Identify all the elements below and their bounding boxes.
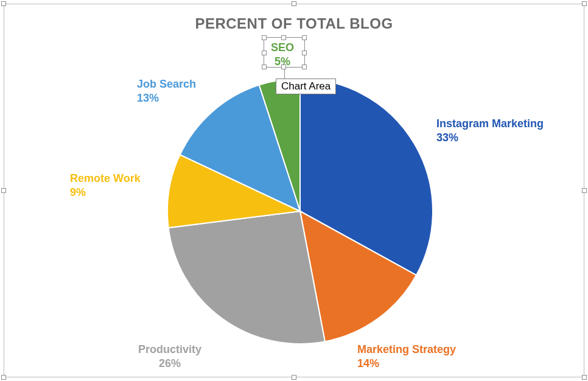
chart-selection-handle[interactable] [1, 1, 6, 6]
pie-plot[interactable] [166, 77, 434, 345]
data-label-name: Instagram Marketing [436, 117, 544, 130]
chart-selection-handle[interactable] [582, 375, 587, 380]
data-label-value: 33% [436, 131, 544, 145]
data-label-marketing-strategy[interactable]: Marketing Strategy 14% [357, 343, 456, 370]
data-label-job-search[interactable]: Job Search 13% [137, 77, 196, 105]
chart-selection-handle[interactable] [582, 1, 587, 6]
selection-handle[interactable] [262, 51, 267, 55]
pie-slice-productivity[interactable] [169, 211, 325, 344]
tooltip-chart-area: Chart Area [276, 79, 336, 94]
data-label-name: Job Search [137, 78, 196, 90]
data-label-productivity[interactable]: Productivity 26% [138, 343, 201, 370]
chart-selection-handle[interactable] [292, 375, 296, 380]
data-label-name: Productivity [138, 343, 201, 355]
selection-handle[interactable] [302, 65, 307, 69]
chart-selection-handle[interactable] [1, 188, 6, 193]
data-label-instagram-marketing[interactable]: Instagram Marketing 33% [436, 117, 544, 144]
selection-handle[interactable] [262, 65, 267, 69]
selection-handle[interactable] [262, 35, 267, 40]
chart-selection-handle[interactable] [582, 188, 587, 193]
data-label-value: 9% [70, 186, 141, 200]
chart-selection-handle[interactable] [292, 1, 296, 6]
data-label-remote-work[interactable]: Remote Work 9% [70, 172, 141, 199]
selection-handle[interactable] [281, 35, 286, 40]
selection-handle[interactable] [302, 35, 307, 40]
data-label-name: Remote Work [70, 172, 141, 184]
data-label-value: 26% [138, 357, 201, 371]
data-label-value: 13% [137, 91, 196, 105]
data-label-value: 14% [357, 357, 456, 371]
chart-selection-handle[interactable] [1, 375, 6, 380]
selection-box-seo-label[interactable] [264, 37, 305, 68]
selection-handle[interactable] [281, 65, 286, 69]
data-label-name: Marketing Strategy [357, 343, 456, 355]
chart-title[interactable]: PERCENT OF TOTAL BLOG [4, 15, 584, 32]
chart-area[interactable]: PERCENT OF TOTAL BLOG SEO 5% Instagram M… [4, 4, 584, 377]
selection-handle[interactable] [302, 51, 307, 55]
